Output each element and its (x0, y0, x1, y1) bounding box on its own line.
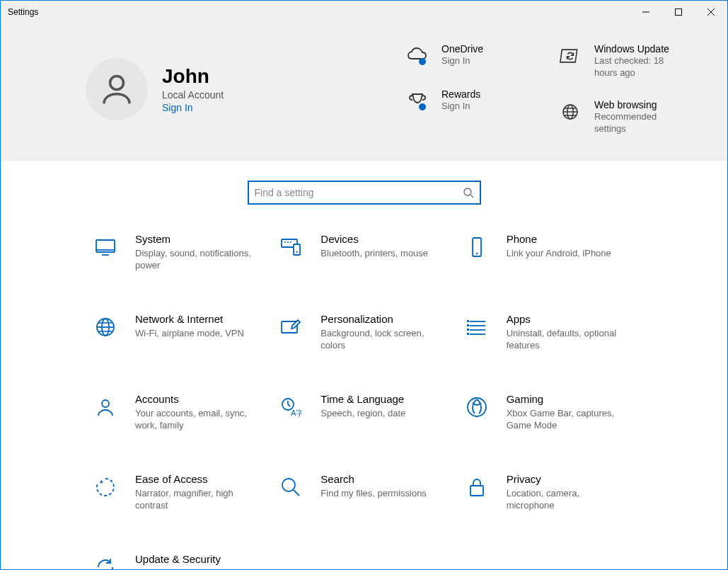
quick-links: OneDrive Sign In Rewards Sign In (405, 43, 685, 135)
category-search[interactable]: SearchFind my files, permissions (278, 473, 449, 512)
category-phone[interactable]: PhoneLink your Android, iPhone (464, 233, 635, 272)
close-button[interactable] (695, 1, 727, 23)
svg-point-18 (296, 251, 298, 252)
header: John Local Account Sign In OneDrive Sign… (1, 23, 727, 161)
category-sub: Bluetooth, printers, mouse (320, 247, 428, 260)
svg-line-12 (470, 195, 473, 198)
quick-sub: Recommended settings (594, 111, 685, 135)
category-ease-of-access[interactable]: Ease of AccessNarrator, magnifier, high … (93, 473, 264, 512)
signin-link[interactable]: Sign In (162, 102, 224, 113)
update-security-icon (93, 554, 118, 570)
svg-rect-34 (467, 329, 469, 331)
personalization-icon (278, 314, 304, 340)
category-sub: Speech, region, date (320, 407, 405, 420)
quick-windows-update[interactable]: Windows Update Last checked: 18 hours ag… (557, 43, 685, 79)
category-accounts[interactable]: AccountsYour accounts, email, sync, work… (93, 393, 264, 432)
svg-line-41 (294, 490, 299, 496)
time-language-icon: A字 (278, 394, 304, 420)
category-sub: Your accounts, email, sync, work, family (135, 407, 255, 432)
svg-point-6 (419, 103, 426, 110)
quick-onedrive[interactable]: OneDrive Sign In (405, 43, 532, 69)
svg-text:A字: A字 (291, 409, 302, 417)
apps-icon (464, 314, 490, 340)
quick-rewards[interactable]: Rewards Sign In (405, 89, 532, 114)
category-sub: Uninstall, defaults, optional features (507, 327, 627, 352)
svg-point-23 (475, 252, 478, 254)
svg-rect-1 (676, 9, 682, 16)
window-title: Settings (8, 7, 38, 17)
devices-icon (278, 234, 304, 260)
user-name: John (162, 65, 224, 88)
category-personalization[interactable]: PersonalizationBackground, lock screen, … (278, 313, 449, 352)
minimize-icon (642, 8, 649, 16)
category-sub: Display, sound, notifications, power (135, 247, 255, 272)
category-title: Gaming (507, 393, 627, 405)
svg-point-21 (290, 241, 291, 243)
category-title: Ease of Access (135, 473, 255, 485)
profile-text: John Local Account Sign In (162, 65, 224, 113)
maximize-icon (675, 8, 682, 16)
svg-point-39 (468, 398, 486, 416)
maximize-button[interactable] (662, 1, 695, 23)
rewards-icon (405, 89, 430, 114)
search-input[interactable] (255, 187, 463, 198)
category-sub: Background, lock screen, colors (320, 327, 441, 352)
category-network[interactable]: Network & InternetWi-Fi, airplane mode, … (93, 313, 264, 352)
titlebar: Settings (1, 1, 727, 23)
category-title: Privacy (507, 473, 627, 485)
gaming-icon (464, 394, 490, 420)
category-sub: Link your Android, iPhone (507, 247, 611, 260)
svg-rect-32 (467, 320, 469, 322)
svg-rect-35 (467, 333, 469, 335)
svg-point-5 (419, 58, 426, 65)
quick-sub: Last checked: 18 hours ago (594, 55, 685, 79)
windows-update-icon (557, 43, 583, 69)
quick-web-browsing[interactable]: Web browsing Recommended settings (557, 99, 685, 135)
profile-block: John Local Account Sign In (86, 43, 224, 135)
search-box[interactable] (248, 181, 481, 205)
category-privacy[interactable]: PrivacyLocation, camera, microphone (464, 473, 635, 512)
category-sub: Location, camera, microphone (507, 487, 627, 512)
category-sub: Windows Update, recovery, backup (135, 567, 255, 570)
category-sub: Wi-Fi, airplane mode, VPN (135, 327, 244, 340)
svg-point-36 (102, 400, 109, 407)
quick-title: Web browsing (594, 99, 685, 110)
category-time-language[interactable]: A字 Time & LanguageSpeech, region, date (278, 393, 449, 432)
person-icon (98, 70, 136, 108)
onedrive-icon (405, 43, 430, 69)
categories-grid: SystemDisplay, sound, notifications, pow… (1, 233, 727, 570)
globe-icon (557, 99, 583, 125)
category-title: Phone (507, 233, 611, 245)
category-title: Time & Language (320, 393, 405, 405)
minimize-button[interactable] (630, 1, 662, 23)
svg-rect-17 (294, 244, 300, 255)
category-apps[interactable]: AppsUninstall, defaults, optional featur… (464, 313, 635, 352)
quick-sub: Sign In (441, 101, 480, 113)
svg-point-19 (284, 241, 286, 243)
category-title: System (135, 233, 255, 245)
avatar (86, 58, 148, 120)
category-update-security[interactable]: Update & SecurityWindows Update, recover… (93, 553, 264, 570)
quick-title: Windows Update (594, 43, 685, 55)
category-title: Personalization (320, 313, 441, 325)
phone-icon (464, 234, 490, 260)
category-sub: Narrator, magnifier, high contrast (135, 487, 255, 512)
category-system[interactable]: SystemDisplay, sound, notifications, pow… (93, 233, 264, 272)
category-sub: Find my files, permissions (320, 487, 427, 500)
search-icon (463, 187, 474, 198)
category-devices[interactable]: DevicesBluetooth, printers, mouse (278, 233, 449, 272)
quick-title: Rewards (441, 89, 480, 100)
svg-point-40 (282, 479, 295, 491)
system-icon (93, 234, 118, 260)
category-title: Network & Internet (135, 313, 244, 325)
category-sub: Xbox Game Bar, captures, Game Mode (507, 407, 627, 432)
category-gaming[interactable]: GamingXbox Game Bar, captures, Game Mode (464, 393, 635, 432)
quick-sub: Sign In (441, 55, 483, 67)
privacy-icon (464, 474, 490, 500)
svg-rect-7 (560, 50, 577, 62)
svg-point-11 (464, 188, 471, 195)
category-title: Search (320, 473, 427, 485)
accounts-icon (93, 394, 118, 420)
category-title: Devices (320, 233, 428, 245)
quick-title: OneDrive (441, 43, 483, 55)
